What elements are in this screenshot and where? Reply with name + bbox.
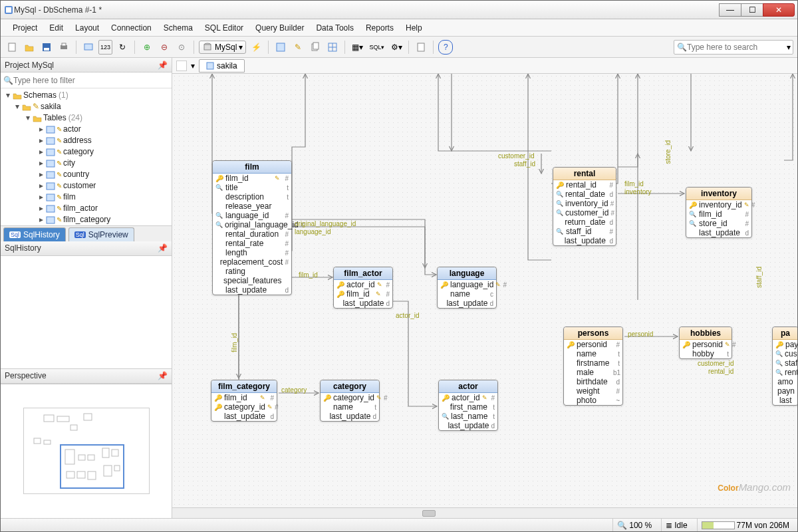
menu-layout[interactable]: Layout (70, 21, 104, 35)
tab-nav-left-icon[interactable] (176, 61, 187, 71)
tree-table-category[interactable]: ▸✎category (1, 146, 172, 158)
entity-film[interactable]: film🔑film_id✎#🔍titletdescriptiontrelease… (212, 160, 292, 295)
tree-table-city[interactable]: ▸✎city (1, 158, 172, 169)
entity-rental[interactable]: rental🔑rental_id#🔍rental_dated🔍inventory… (553, 167, 616, 246)
watermark: ColorMango.com (718, 481, 791, 493)
rel-film-id: film_id (624, 180, 644, 188)
tree-tables[interactable]: ▾Tables(24) (1, 112, 172, 124)
sql-icon[interactable]: SQL▾ (367, 40, 386, 55)
tab-sql-preview[interactable]: SqlSqlPreview (68, 227, 134, 241)
svg-rect-6 (62, 43, 66, 46)
chevron-down-icon: ▾ (239, 43, 243, 52)
rel-store-id: store_id (664, 140, 672, 164)
svg-rect-17 (47, 126, 55, 133)
zoom-fit-icon[interactable]: ⊙ (174, 40, 189, 55)
screen-icon[interactable] (81, 40, 96, 55)
rel-category: category (281, 386, 307, 394)
entity-actor[interactable]: actor🔑actor_id✎#first_namet🔍last_nametla… (438, 380, 498, 431)
titlebar: MySql - DbSchema #-1 * — ☐ ✕ (1, 1, 797, 19)
tab-sakila[interactable]: sakila (199, 59, 245, 72)
rel-staff-id-2: staff_id (755, 267, 763, 288)
save-icon[interactable] (39, 40, 54, 55)
tree-table-address[interactable]: ▸✎address (1, 135, 172, 146)
grid-icon[interactable] (325, 40, 340, 55)
tree-table-film[interactable]: ▸✎film (1, 192, 172, 203)
db-selector[interactable]: MySql ▾ (199, 41, 246, 54)
menu-sql-editor[interactable]: SQL Editor (200, 21, 249, 35)
tree-table-customer[interactable]: ▸✎customer (1, 180, 172, 192)
report-icon[interactable] (414, 40, 428, 55)
copy-icon[interactable] (308, 40, 323, 55)
zoom-out-icon[interactable]: ⊖ (157, 40, 172, 55)
project-title: Project MySql (5, 61, 54, 70)
menubar: Project Edit Layout Connection Schema SQ… (1, 19, 797, 37)
search-box[interactable]: 🔍 ▾ (674, 40, 793, 55)
project-panel-header: Project MySql 📌 (1, 58, 172, 72)
tree-table-country[interactable]: ▸✎country (1, 169, 172, 180)
filter-box[interactable]: 🔍 (1, 72, 172, 88)
svg-rect-47 (207, 63, 213, 69)
table-icon[interactable] (273, 40, 288, 55)
open-icon[interactable] (22, 40, 37, 55)
number-icon[interactable]: 123 (98, 40, 112, 55)
entity-payment[interactable]: pa🔑payn🔍cust🔍staf🔍rentamopaynlast (772, 327, 797, 406)
menu-schema[interactable]: Schema (158, 21, 198, 35)
filter-input[interactable] (13, 76, 169, 85)
menu-help[interactable]: Help (400, 21, 428, 35)
status-state: ≣ Idle (661, 519, 691, 531)
pin-icon[interactable]: 📌 (158, 371, 168, 380)
menu-edit[interactable]: Edit (44, 21, 68, 35)
tree-schema-sakila[interactable]: ▾✎sakila (1, 101, 172, 112)
svg-rect-21 (47, 172, 55, 178)
sidebar: Project MySql 📌 🔍 ▾Schemas(1) ▾✎sakila ▾… (1, 58, 172, 518)
tab-sql-history[interactable]: SqlSqlHistory (3, 227, 66, 241)
tree-schemas[interactable]: ▾Schemas(1) (1, 90, 172, 101)
tools-icon[interactable]: ⚙▾ (389, 40, 404, 55)
layout-icon[interactable]: ▦▾ (350, 40, 364, 55)
entity-film-category[interactable]: film_category🔑film_id✎#🔑category_id✎#las… (211, 380, 277, 422)
search-input[interactable] (687, 43, 787, 52)
entity-inventory[interactable]: inventory🔑inventory_id✎#🔍film_id#🔍store_… (686, 187, 752, 238)
horizontal-scrollbar[interactable] (172, 507, 797, 518)
close-button[interactable]: ✕ (763, 3, 795, 17)
db-selector-label: MySql (215, 43, 237, 52)
svg-rect-25 (47, 217, 55, 223)
schema-tree[interactable]: ▾Schemas(1) ▾✎sakila ▾Tables(24) ▸✎actor… (1, 88, 172, 225)
help-icon[interactable]: ? (438, 40, 453, 55)
tree-table-actor[interactable]: ▸✎actor (1, 124, 172, 135)
chevron-down-icon[interactable]: ▾ (191, 61, 195, 70)
window-title: MySql - DbSchema #-1 * (14, 5, 720, 15)
menu-query-builder[interactable]: Query Builder (250, 21, 309, 35)
statusbar: 🔍 100 % ≣ Idle 77M von 206M (1, 518, 797, 531)
edit-icon[interactable]: ✎ (291, 40, 305, 55)
tree-table-film_actor[interactable]: ▸✎film_actor (1, 203, 172, 214)
minimize-button[interactable]: — (719, 3, 741, 17)
svg-rect-22 (47, 183, 55, 190)
menu-connection[interactable]: Connection (106, 21, 157, 35)
refresh-icon[interactable]: ↻ (115, 40, 130, 55)
diagram-canvas[interactable]: film🔑film_id✎#🔍titletdescriptiontrelease… (172, 74, 797, 507)
entity-language[interactable]: language🔑language_id✎#nameclast_updated (437, 267, 497, 309)
rel-lang-id: language_id (295, 228, 331, 235)
maximize-button[interactable]: ☐ (741, 3, 763, 17)
connect-icon[interactable]: ⚡ (249, 40, 263, 55)
entity-persons[interactable]: persons🔑personid#nametfirstnametmaleb1bi… (563, 327, 623, 406)
new-icon[interactable] (5, 40, 19, 55)
entity-film-actor[interactable]: film_actor🔑actor_id✎#🔑film_id✎#last_upda… (333, 267, 393, 309)
entity-category[interactable]: category🔑category_id✎#nametlast_updated (320, 380, 380, 422)
svg-rect-7 (84, 44, 92, 50)
history-panel-body (1, 256, 172, 369)
zoom-in-icon[interactable]: ⊕ (140, 40, 154, 55)
svg-rect-4 (44, 48, 49, 51)
perspective-minimap[interactable] (1, 384, 172, 519)
pin-icon[interactable]: 📌 (158, 243, 168, 253)
menu-data-tools[interactable]: Data Tools (311, 21, 358, 35)
tree-table-film_category[interactable]: ▸✎film_category (1, 214, 172, 225)
status-zoom[interactable]: 🔍 100 % (612, 519, 656, 531)
pin-icon[interactable]: 📌 (158, 61, 168, 70)
entity-hobbies[interactable]: hobbies🔑personid✎#hobbyt (679, 327, 732, 359)
menu-project[interactable]: Project (7, 21, 43, 35)
svg-rect-18 (47, 138, 55, 144)
menu-reports[interactable]: Reports (360, 21, 399, 35)
print-icon[interactable] (57, 40, 71, 55)
